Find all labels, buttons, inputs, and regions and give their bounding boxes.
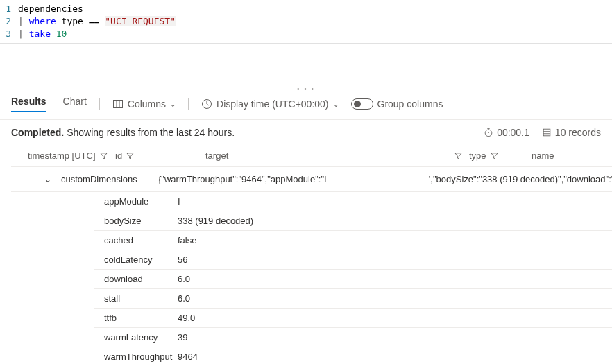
group-columns-label: Group columns bbox=[377, 98, 443, 110]
query-editor[interactable]: 1 dependencies 2 | where type == "UCI RE… bbox=[0, 0, 612, 44]
group-columns-toggle[interactable]: Group columns bbox=[351, 98, 443, 110]
svg-point-4 bbox=[485, 130, 492, 137]
detail-row: stall6.0 bbox=[94, 289, 612, 309]
svg-line-7 bbox=[488, 132, 490, 133]
status-duration: 00:00.1 bbox=[484, 127, 529, 138]
detail-row: bodySize338 (919 decoded) bbox=[94, 211, 612, 231]
toggle-off-icon[interactable] bbox=[351, 98, 373, 110]
customdimensions-row[interactable]: ⌄ customDimensions {"warmThroughput":"94… bbox=[11, 167, 612, 192]
separator bbox=[188, 98, 189, 110]
stopwatch-icon bbox=[484, 128, 493, 137]
svg-marker-13 bbox=[455, 153, 461, 159]
col-header-id[interactable]: id bbox=[115, 150, 205, 161]
detail-row: download6.0 bbox=[94, 270, 612, 289]
chevron-down-icon: ⌄ bbox=[170, 101, 176, 108]
chevron-down-icon: ⌄ bbox=[333, 101, 339, 108]
status-bar: Completed. Showing results from the last… bbox=[0, 120, 612, 145]
svg-marker-14 bbox=[491, 153, 497, 159]
filter-icon[interactable] bbox=[454, 152, 462, 159]
filter-icon[interactable] bbox=[100, 152, 108, 159]
tab-chart[interactable]: Chart bbox=[63, 96, 87, 112]
display-time-button[interactable]: Display time (UTC+00:00) ⌄ bbox=[201, 98, 338, 110]
detail-row: ttfb49.0 bbox=[94, 309, 612, 328]
line-number: 3 bbox=[0, 28, 18, 40]
filter-icon[interactable] bbox=[491, 152, 498, 159]
expand-chevron-icon[interactable]: ⌄ bbox=[44, 175, 51, 184]
query-line-3[interactable]: | take 10 bbox=[18, 28, 67, 40]
svg-rect-0 bbox=[113, 101, 122, 108]
customdimensions-label: customDimensions bbox=[61, 174, 158, 184]
query-line-2[interactable]: | where type == "UCI REQUEST" bbox=[18, 15, 176, 28]
detail-row: warmLatency39 bbox=[94, 328, 612, 347]
line-number: 2 bbox=[0, 15, 18, 28]
results-grid: timestamp [UTC] id target type name ⌄ cu… bbox=[0, 145, 612, 364]
result-tabs: Results Chart bbox=[11, 96, 87, 112]
svg-rect-8 bbox=[543, 129, 550, 136]
clock-icon bbox=[201, 98, 212, 110]
col-header-name[interactable]: name bbox=[532, 150, 594, 161]
grid-header-row: timestamp [UTC] id target type name bbox=[11, 145, 612, 167]
display-time-label: Display time (UTC+00:00) bbox=[216, 98, 328, 110]
resize-handle-icon[interactable]: • • • bbox=[0, 85, 612, 93]
svg-marker-11 bbox=[100, 153, 106, 159]
line-number: 1 bbox=[0, 3, 18, 15]
col-header-type[interactable]: type bbox=[469, 150, 532, 161]
status-range: Showing results from the last 24 hours. bbox=[67, 127, 235, 138]
detail-row: cachedfalse bbox=[94, 231, 612, 250]
results-toolbar: Results Chart Columns ⌄ Display time (UT… bbox=[0, 96, 612, 120]
filter-icon[interactable] bbox=[126, 152, 134, 159]
columns-label: Columns bbox=[128, 98, 166, 110]
tab-results[interactable]: Results bbox=[11, 96, 46, 112]
columns-button[interactable]: Columns ⌄ bbox=[112, 98, 176, 110]
detail-row: appModuleI bbox=[94, 192, 612, 211]
detail-row: coldLatency56 bbox=[94, 250, 612, 270]
columns-icon bbox=[112, 98, 124, 110]
query-line-1[interactable]: dependencies bbox=[18, 3, 83, 15]
svg-marker-12 bbox=[127, 153, 133, 159]
status-records: 10 records bbox=[542, 127, 601, 138]
status-completed: Completed. bbox=[11, 127, 64, 138]
col-header-timestamp[interactable]: timestamp [UTC] bbox=[11, 150, 115, 161]
customdimensions-details: appModuleI bodySize338 (919 decoded) cac… bbox=[94, 192, 612, 364]
separator bbox=[99, 98, 100, 110]
col-header-target[interactable]: target bbox=[205, 150, 469, 161]
records-icon bbox=[542, 128, 552, 137]
customdimensions-preview: {"warmThroughput":"9464","appModule":"I … bbox=[158, 174, 612, 184]
detail-row: warmThroughput9464 bbox=[94, 347, 612, 364]
